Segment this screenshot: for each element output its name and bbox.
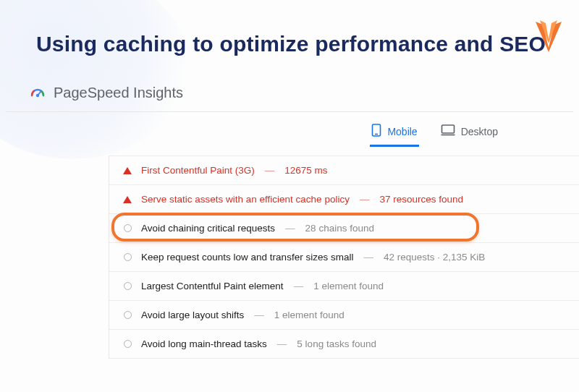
separator: — (265, 165, 275, 176)
audit-detail: 1 element found (274, 310, 345, 320)
desktop-icon (441, 124, 455, 138)
audit-row[interactable]: Avoid chaining critical requests — 28 ch… (109, 214, 579, 243)
pagespeed-icon (29, 84, 46, 101)
separator: — (363, 252, 373, 263)
warning-triangle-icon (122, 195, 132, 205)
audit-label: Avoid chaining critical requests (141, 223, 275, 234)
info-circle-icon (122, 281, 132, 291)
tab-mobile-label: Mobile (387, 126, 417, 137)
audit-row[interactable]: First Contentful Paint (3G) — 12675 ms (109, 155, 579, 185)
pagespeed-label: PageSpeed Insights (54, 85, 183, 101)
svg-rect-4 (441, 125, 454, 133)
audit-detail: 5 long tasks found (297, 338, 376, 349)
tab-mobile[interactable]: Mobile (370, 119, 418, 147)
audit-label: Keep request counts low and transfer siz… (141, 252, 353, 263)
info-circle-icon (122, 310, 132, 320)
audit-label: Serve static assets with an efficient ca… (141, 194, 350, 205)
audit-list: First Contentful Paint (3G) — 12675 ms S… (109, 155, 579, 359)
audit-detail: 1 element found (313, 281, 384, 291)
audit-row[interactable]: Largest Contentful Paint element — 1 ele… (109, 272, 579, 301)
tab-desktop-label: Desktop (461, 126, 498, 137)
audit-detail: 28 chains found (305, 223, 374, 234)
audit-row[interactable]: Serve static assets with an efficient ca… (109, 185, 579, 214)
audit-label: Avoid large layout shifts (141, 310, 244, 320)
page-title: Using caching to optimize performance an… (36, 32, 546, 56)
mobile-icon (371, 124, 381, 139)
pagespeed-bar: PageSpeed Insights (6, 64, 573, 112)
separator: — (360, 194, 370, 205)
tab-desktop[interactable]: Desktop (439, 119, 499, 147)
audit-row[interactable]: Avoid large layout shifts — 1 element fo… (109, 301, 579, 330)
audit-detail: 42 requests · 2,135 KiB (384, 252, 485, 263)
warning-triangle-icon (122, 166, 132, 176)
audit-detail: 12675 ms (284, 165, 327, 176)
info-circle-icon (122, 223, 132, 234)
audit-label: First Contentful Paint (3G) (141, 165, 255, 176)
separator: — (277, 338, 287, 349)
info-circle-icon (122, 252, 132, 263)
audit-row[interactable]: Keep request counts low and transfer siz… (109, 243, 579, 272)
separator: — (294, 281, 304, 291)
header: Using caching to optimize performance an… (0, 0, 579, 64)
separator: — (285, 223, 295, 234)
separator: — (254, 310, 264, 320)
audit-detail: 37 resources found (379, 194, 463, 205)
audit-label: Largest Contentful Paint element (141, 281, 284, 291)
audit-label: Avoid long main-thread tasks (141, 338, 267, 349)
wp-rocket-logo-icon (533, 14, 565, 61)
audit-row[interactable]: Avoid long main-thread tasks — 5 long ta… (109, 330, 579, 359)
info-circle-icon (122, 339, 132, 349)
